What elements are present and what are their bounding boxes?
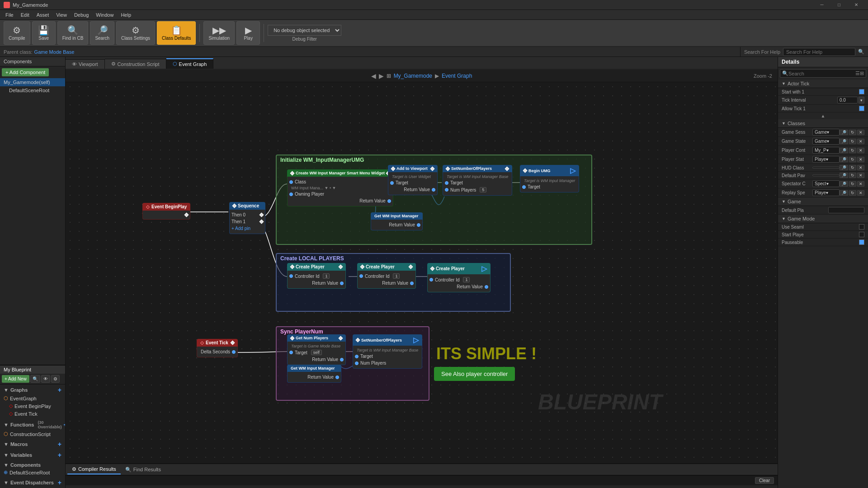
player-cont-btn3[interactable]: ✕ [857,148,864,153]
default-pav-btn3[interactable]: ✕ [857,173,864,178]
replay-spe-btn2[interactable]: ↻ [849,190,856,196]
node-sequence[interactable]: Sequence Then 0 Then 1 + Add pin [229,202,265,234]
macros-header[interactable]: ▼ Macros + [0,440,65,449]
class-defaults-button[interactable]: 📋 Class Defaults [157,21,196,45]
menu-edit[interactable]: Edit [17,11,33,19]
hud-class-btn1[interactable]: 🔎 [840,165,848,170]
tick-interval-btn[interactable]: ▾ [859,97,864,103]
tree-item-eventgraph[interactable]: ⬡ EventGraph [0,394,65,402]
event-dispatchers-add-button[interactable]: + [58,479,61,486]
collapse-arrow[interactable]: ▲ [778,113,868,119]
node-set-number-players2[interactable]: SetNumberOfPlayers ▷ Target is WM Input … [353,334,422,369]
game-state-btn1[interactable]: 🔎 [840,139,848,144]
class-settings-button[interactable]: ⚙ Class Settings [116,21,155,45]
start-tick-checkbox[interactable] [859,89,864,94]
numplayers-value[interactable]: 5 [480,187,486,192]
game-sess-dropdown[interactable]: Game▾ [812,129,840,136]
tab-construction-script[interactable]: ⚙ Construction Script [105,59,166,69]
ctrl-value[interactable]: 1 [323,273,330,279]
node-event-tick[interactable]: ◇ Event Tick Delta Seconds [197,339,238,357]
components-tree-header[interactable]: ▼ Components [0,461,65,469]
expand-icon3[interactable]: ▷ [413,336,419,344]
default-pav-btn1[interactable]: 🔎 [840,173,848,178]
game-state-dropdown[interactable]: Game▾ [812,138,840,145]
replay-spe-btn3[interactable]: ✕ [857,190,864,196]
spectator-btn3[interactable]: ✕ [857,181,864,187]
forward-button[interactable]: ▶ [379,72,384,80]
tree-item-construction[interactable]: ⬡ ConstructionScript [0,430,65,438]
play-button[interactable]: ▶ Play [236,21,260,45]
actor-tick-section[interactable]: ▼ Actor Tick [778,80,868,88]
tick-interval-input[interactable] [837,97,858,103]
game-sess-btn2[interactable]: ↻ [849,130,856,135]
breadcrumb-gamemode[interactable]: My_Gamemode [394,73,432,79]
node-get-wm-input2[interactable]: Get WM Input Manager Return Value [287,365,341,383]
use-seaml-checkbox[interactable] [859,224,864,230]
compile-button[interactable]: ⚙ Compile [4,21,30,45]
maximize-button[interactable]: □ [831,0,847,10]
pauseable-checkbox[interactable] [859,239,864,245]
parent-class-value[interactable]: Game Mode Base [34,49,75,55]
tree-item-beginplay[interactable]: ◇ Event BeginPlay [0,402,65,410]
ctrl-value3[interactable]: 1 [463,277,470,282]
hud-class-btn2[interactable]: ↻ [849,165,856,170]
menu-view[interactable]: View [52,11,71,19]
event-dispatchers-header[interactable]: ▼ Event Dispatchers + [0,478,65,487]
game-state-btn3[interactable]: ✕ [857,139,864,144]
compiler-results-tab[interactable]: ⚙ Compiler Results [67,465,121,474]
graphs-header[interactable]: ▼ Graphs + [0,385,65,394]
simulation-button[interactable]: ▶▶ Simulation [203,21,235,45]
allow-tick-checkbox[interactable] [859,106,864,111]
node-get-wm-input[interactable]: Get WM Input Manager Return Value [371,212,423,230]
save-button[interactable]: 💾 Save [32,21,56,45]
variables-header[interactable]: ▼ Variables + [0,450,65,460]
replay-spe-dropdown[interactable]: Playe▾ [812,189,840,196]
hud-class-btn3[interactable]: ✕ [857,165,864,170]
game-sess-btn1[interactable]: 🔎 [840,130,848,135]
node-create-player3[interactable]: Create Player ▷ Controller Id 1 Return V… [427,263,491,292]
tab-event-graph[interactable]: ⬡ Event Graph [166,58,214,69]
search-my-blueprint-button[interactable]: 🔍 [30,375,40,383]
player-cont-btn2[interactable]: ↻ [849,148,856,153]
player-stat-btn3[interactable]: ✕ [857,157,864,162]
hud-class-dropdown[interactable] [812,167,840,169]
player-stat-dropdown[interactable]: Playe▾ [812,156,840,163]
expand-icon[interactable]: ▷ [570,166,576,175]
help-search-input[interactable] [783,48,855,56]
minimize-button[interactable]: ─ [814,0,830,10]
component-item-default-scene-root[interactable]: DefaultSceneRoot [0,86,65,94]
menu-help[interactable]: Help [117,11,135,19]
back-button[interactable]: ◀ [371,72,376,80]
find-results-tab[interactable]: 🔍 Find Results [121,465,165,474]
spectator-dropdown[interactable]: Spect▾ [812,180,840,187]
node-create-wm[interactable]: Create WM Input Manager Smart Menu Widge… [287,169,393,206]
eye-button[interactable]: 👁 [41,375,50,383]
close-button[interactable]: ✕ [848,0,864,10]
spectator-btn1[interactable]: 🔎 [840,181,848,187]
node-create-player2[interactable]: Create Player Controller Id 1 Return Val… [357,263,416,289]
graphs-add-button[interactable]: + [58,386,61,394]
menu-asset[interactable]: Asset [33,11,53,19]
node-create-player1[interactable]: Create Player Controller Id 1 Return Val… [287,263,346,289]
find-in-cb-button[interactable]: 🔍 Find in CB [57,21,89,45]
node-event-beginplay[interactable]: ◇ Event BeginPlay [142,203,190,220]
player-stat-btn2[interactable]: ↻ [849,157,856,162]
spectator-btn2[interactable]: ↻ [849,181,856,187]
player-cont-dropdown[interactable]: My_P▾ [812,147,840,154]
tree-item-tick[interactable]: ◇ Event Tick [0,410,65,418]
player-stat-btn1[interactable]: 🔎 [840,157,848,162]
macros-add-button[interactable]: + [58,441,61,448]
menu-file[interactable]: File [2,11,17,19]
player-cont-btn1[interactable]: 🔎 [840,148,848,153]
tree-item-defaultscene[interactable]: ⊕ DefaultSceneRoot [0,469,65,476]
debug-selector[interactable]: No debug object selected [268,25,341,36]
game-section[interactable]: ▼ Game [778,197,868,206]
game-sess-btn3[interactable]: ✕ [857,130,864,135]
add-component-button[interactable]: + Add Component [2,68,49,76]
add-new-button[interactable]: + Add New [2,375,29,383]
search-button[interactable]: 🔎 Search [90,21,114,45]
classes-section[interactable]: ▼ Classes [778,119,868,128]
node-set-number-players[interactable]: SetNumberOfPlayers Target is WM Input Ma… [443,165,512,196]
game-mode-section[interactable]: ▼ Game Mode [778,215,868,223]
game-state-btn2[interactable]: ↻ [849,139,856,144]
